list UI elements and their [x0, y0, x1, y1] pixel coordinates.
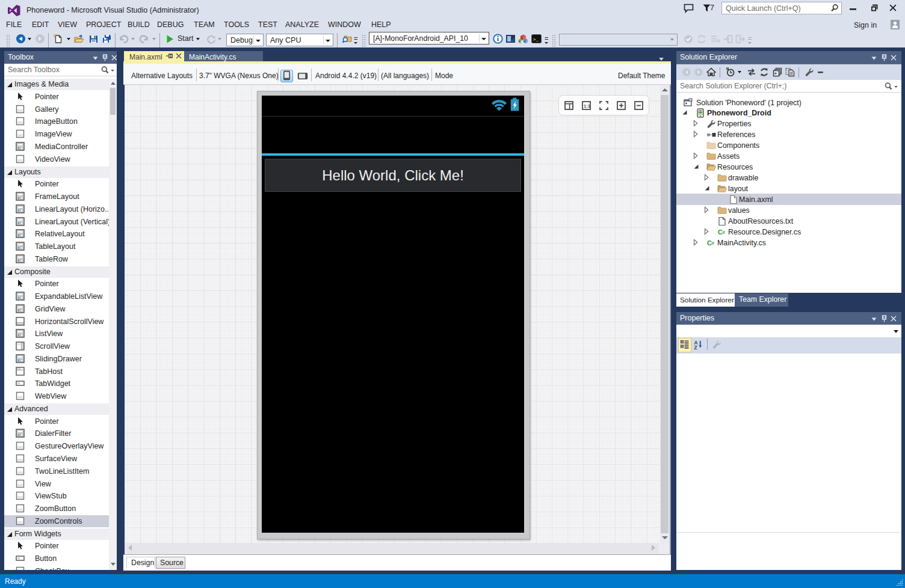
svg-text:#: # — [712, 240, 715, 245]
svg-text:Z: Z — [694, 345, 697, 350]
svg-text:#: # — [723, 229, 726, 234]
svg-text:1:1: 1:1 — [584, 103, 590, 109]
svg-text:>_: >_ — [533, 37, 539, 42]
